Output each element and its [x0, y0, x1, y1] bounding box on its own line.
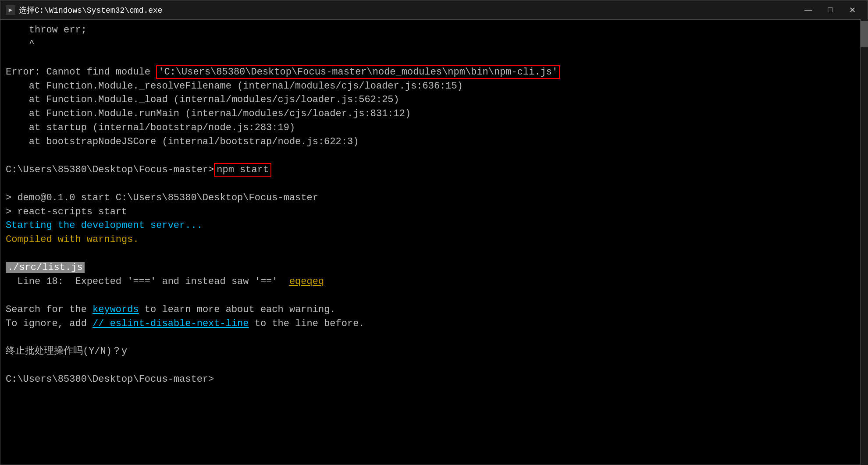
- warning-rule: eqeqeq: [289, 276, 324, 287]
- cmd-window: ▶ 选择C:\Windows\System32\cmd.exe — □ ✕ th…: [0, 0, 868, 465]
- line-blank5: [6, 289, 862, 303]
- line-warning: Line 18: Expected '===' and instead saw …: [6, 275, 862, 289]
- cmd-icon: ▶: [6, 5, 15, 15]
- file-highlight: ./src/list.js: [6, 262, 85, 273]
- line-starting-server: Starting the development server...: [6, 219, 862, 233]
- line-at4: at startup (internal/bootstrap/node.js:2…: [6, 121, 862, 135]
- line-compiled-warnings: Compiled with warnings.: [6, 233, 862, 247]
- line-chinese-prompt: 终止批处理操作吗(Y/N)？y: [6, 344, 862, 359]
- maximize-button[interactable]: □: [820, 3, 840, 17]
- line-at1: at Function.Module._resolveFilename (int…: [6, 79, 862, 93]
- line-file: ./src/list.js: [6, 261, 862, 275]
- scrollbar-thumb[interactable]: [861, 21, 868, 47]
- line-blank4: [6, 247, 862, 261]
- line-error: Error: Cannot find module 'C:\Users\8538…: [6, 65, 862, 79]
- error-module-highlight: 'C:\Users\85380\Desktop\Focus-master\nod…: [156, 65, 560, 79]
- title-bar-left: ▶ 选择C:\Windows\System32\cmd.exe: [6, 5, 163, 15]
- line-blank3: [6, 177, 862, 191]
- line-throw: throw err;: [6, 23, 862, 37]
- scrollbar[interactable]: [860, 19, 868, 465]
- line-blank7: [6, 359, 862, 373]
- title-bar: ▶ 选择C:\Windows\System32\cmd.exe — □ ✕: [0, 0, 868, 20]
- line-react-scripts: > react-scripts start: [6, 205, 862, 219]
- line-at2: at Function.Module._load (internal/modul…: [6, 93, 862, 107]
- line-blank1: [6, 51, 862, 65]
- window-controls: — □ ✕: [798, 3, 862, 17]
- line-blank6: [6, 331, 862, 345]
- eslint-disable-link: // eslint-disable-next-line: [92, 318, 249, 329]
- line-at3: at Function.Module.runMain (internal/mod…: [6, 107, 862, 121]
- line-ignore: To ignore, add // eslint-disable-next-li…: [6, 317, 862, 331]
- line-at5: at bootstrapNodeJSCore (internal/bootstr…: [6, 135, 862, 149]
- npm-start-highlight: npm start: [214, 163, 271, 177]
- line-npm-start: C:\Users\85380\Desktop\Focus-master>npm …: [6, 163, 862, 177]
- line-blank2: [6, 149, 862, 163]
- line-search: Search for the keywords to learn more ab…: [6, 303, 862, 317]
- keywords-link[interactable]: keywords: [92, 304, 139, 315]
- line-demo-start: > demo@0.1.0 start C:\Users\85380\Deskto…: [6, 191, 862, 205]
- line-caret: ^: [6, 37, 862, 51]
- minimize-button[interactable]: —: [798, 3, 818, 17]
- window-title: 选择C:\Windows\System32\cmd.exe: [19, 5, 163, 15]
- close-button[interactable]: ✕: [842, 3, 862, 17]
- line-final-prompt: C:\Users\85380\Desktop\Focus-master>: [6, 373, 862, 387]
- terminal-body: throw err; ^ Error: Cannot find module '…: [0, 20, 868, 465]
